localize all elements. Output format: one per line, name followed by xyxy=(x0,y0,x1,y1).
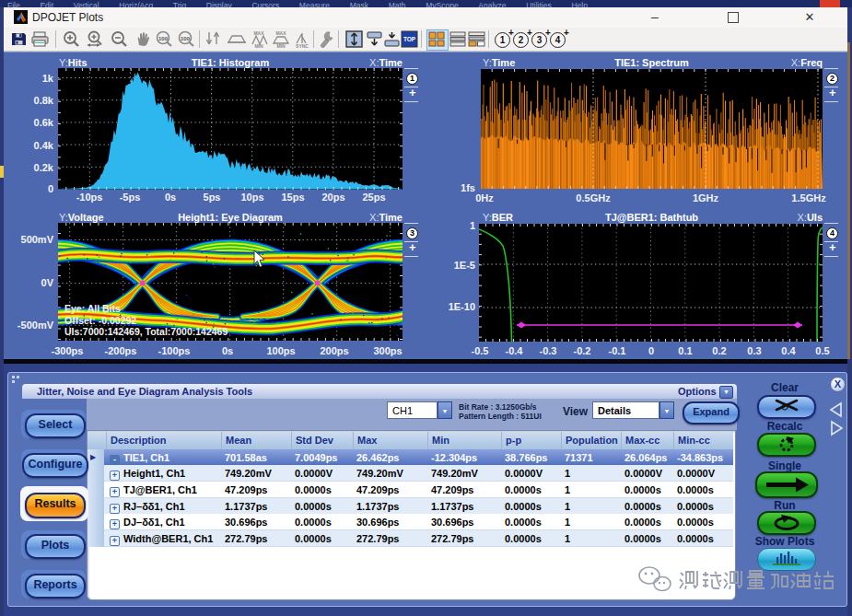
svg-text:TOP: TOP xyxy=(403,36,416,42)
svg-text:SYNC: SYNC xyxy=(296,43,309,48)
svg-text:MIN: MIN xyxy=(276,43,286,48)
svg-text:100: 100 xyxy=(158,36,169,41)
svg-text:MAX: MAX xyxy=(275,30,286,36)
svg-text:MIN: MIN xyxy=(254,43,263,48)
svg-text:100: 100 xyxy=(181,36,191,41)
svg-text:MAX: MAX xyxy=(253,30,264,36)
